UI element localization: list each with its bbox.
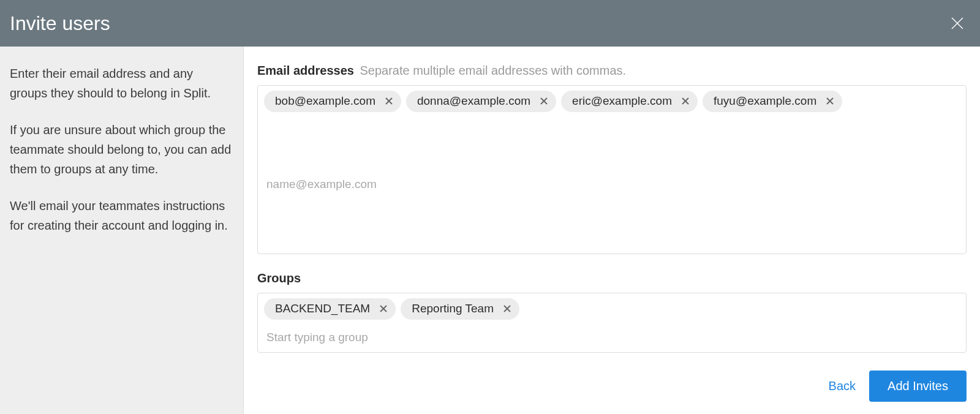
- email-chip-text: donna@example.com: [417, 94, 530, 108]
- remove-icon: [385, 97, 393, 105]
- group-chip-text: BACKEND_TEAM: [275, 302, 370, 316]
- groups-label: Groups: [257, 271, 301, 285]
- form-footer: Back Add Invites: [257, 359, 967, 402]
- remove-email-button[interactable]: [825, 96, 835, 106]
- email-chip: fuyu@example.com: [703, 91, 842, 112]
- remove-email-button[interactable]: [539, 96, 549, 106]
- email-chip: bob@example.com: [264, 91, 401, 112]
- remove-group-button[interactable]: [379, 304, 388, 314]
- add-invites-button[interactable]: Add Invites: [869, 371, 967, 402]
- remove-icon: [503, 305, 511, 312]
- groups-input-box[interactable]: BACKEND_TEAM Reporting Team: [257, 293, 967, 353]
- groups-input[interactable]: [266, 328, 960, 347]
- email-input-row: [264, 171, 960, 194]
- sidebar-text-1: Enter their email address and any groups…: [10, 64, 233, 103]
- back-button[interactable]: Back: [829, 379, 856, 393]
- remove-icon: [826, 97, 834, 105]
- groups-label-row: Groups: [257, 271, 967, 285]
- email-input[interactable]: [266, 175, 960, 194]
- email-chip: donna@example.com: [406, 91, 556, 112]
- group-chip-text: Reporting Team: [412, 302, 494, 316]
- remove-icon: [540, 97, 548, 105]
- main-form: Email addresses Separate multiple email …: [244, 47, 980, 414]
- modal-header: Invite users: [0, 0, 980, 47]
- remove-icon: [682, 97, 689, 105]
- sidebar-text-3: We'll email your teammates instructions …: [10, 196, 233, 235]
- email-chip-text: eric@example.com: [572, 94, 672, 108]
- email-label: Email addresses: [257, 64, 354, 77]
- email-label-row: Email addresses Separate multiple email …: [257, 64, 967, 78]
- remove-icon: [380, 305, 387, 312]
- email-chip: eric@example.com: [561, 91, 698, 112]
- sidebar-text-2: If you are unsure about which group the …: [10, 120, 233, 179]
- sidebar-instructions: Enter their email address and any groups…: [0, 47, 244, 414]
- close-icon: [950, 16, 965, 31]
- group-input-row: [264, 325, 960, 347]
- remove-email-button[interactable]: [680, 96, 690, 106]
- email-hint: Separate multiple email addresses with c…: [360, 64, 626, 77]
- remove-group-button[interactable]: [502, 304, 512, 314]
- group-chip: Reporting Team: [401, 298, 519, 320]
- email-chip-text: bob@example.com: [275, 94, 375, 108]
- modal-title: Invite users: [10, 12, 110, 35]
- email-chip-text: fuyu@example.com: [714, 94, 816, 108]
- group-chip: BACKEND_TEAM: [264, 298, 396, 320]
- modal-body: Enter their email address and any groups…: [0, 47, 980, 414]
- close-button[interactable]: [949, 15, 965, 31]
- email-input-box[interactable]: bob@example.com donna@example.com eric@e…: [257, 85, 967, 254]
- remove-email-button[interactable]: [384, 96, 394, 106]
